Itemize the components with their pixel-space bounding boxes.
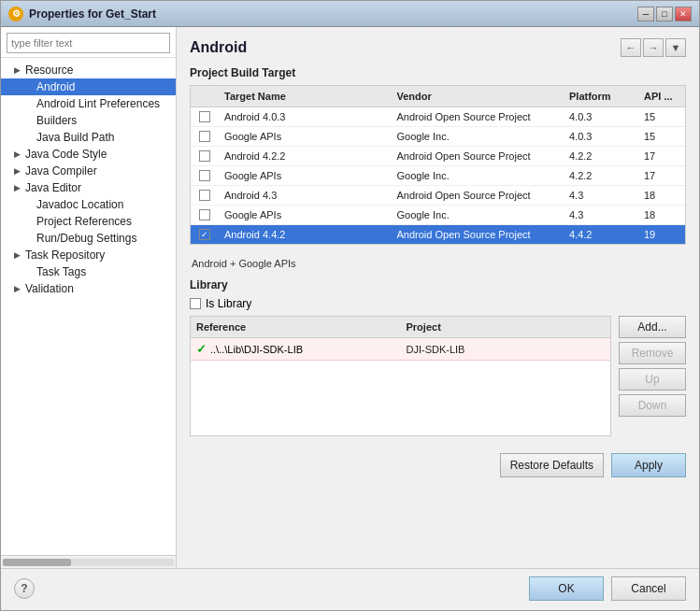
down-button[interactable]: Down	[619, 394, 686, 417]
sidebar-item-java-editor[interactable]: Java Editor	[1, 179, 176, 196]
help-button[interactable]: ?	[14, 578, 35, 599]
maximize-button[interactable]: □	[656, 7, 673, 21]
sidebar-item-java-compiler[interactable]: Java Compiler	[1, 163, 176, 179]
left-scrollbar[interactable]	[1, 555, 176, 568]
sidebar-item-resource[interactable]: Resource	[1, 62, 176, 78]
sidebar-item-validation[interactable]: Validation	[1, 280, 176, 297]
sidebar-item-label-task-repository: Task Repository	[25, 249, 105, 262]
lib-table: Reference Project ✓..\..\Lib\DJI-SDK-LIB…	[190, 316, 611, 436]
dialog-footer: ? OK Cancel	[1, 568, 699, 610]
lib-table-wrap: Reference Project ✓..\..\Lib\DJI-SDK-LIB…	[190, 316, 686, 436]
filter-wrap	[1, 27, 176, 58]
sidebar-item-project-references[interactable]: Project References	[1, 213, 176, 230]
row-checkbox-6	[191, 227, 219, 242]
row-checkbox-2	[191, 149, 219, 163]
sidebar-item-label-task-tags: Task Tags	[36, 265, 86, 278]
google-apis-label: Android + Google APIs	[190, 258, 686, 269]
row-vendor-3: Google Inc.	[392, 168, 564, 183]
sidebar-item-label-java-code-style: Java Code Style	[25, 148, 107, 161]
left-panel: ResourceAndroidAndroid Lint PreferencesB…	[1, 27, 177, 568]
panel-title: Android	[190, 39, 621, 56]
sidebar-item-label-android-lint: Android Lint Preferences	[36, 97, 160, 110]
section-actions: Restore Defaults Apply	[190, 453, 686, 477]
lib-status-icon-0: ✓	[196, 342, 207, 356]
is-library-checkbox[interactable]	[190, 298, 201, 309]
sidebar-item-java-code-style[interactable]: Java Code Style	[1, 146, 176, 163]
properties-dialog: ⚙ Properties for Get_Start ─ □ ✕ Resourc…	[0, 0, 700, 611]
close-button[interactable]: ✕	[675, 7, 692, 21]
ok-button[interactable]: OK	[529, 576, 604, 601]
table-row[interactable]: Google APIsGoogle Inc.4.318	[191, 206, 685, 225]
sidebar-item-builders[interactable]: Builders	[1, 112, 176, 129]
main-area: ResourceAndroidAndroid Lint PreferencesB…	[1, 27, 699, 568]
sidebar-item-android[interactable]: Android	[1, 78, 176, 95]
build-target-table: Target Name Vendor Platform API ... Andr…	[190, 85, 686, 245]
row-api-0: 15	[638, 109, 685, 124]
add-button[interactable]: Add...	[619, 316, 686, 338]
build-target-rows: Android 4.0.3Android Open Source Project…	[191, 107, 685, 244]
lib-th-reference: Reference	[191, 320, 401, 334]
row-api-1: 15	[638, 129, 685, 144]
lib-row[interactable]: ✓..\..\Lib\DJI-SDK-LIBDJI-SDK-LIB	[191, 338, 610, 361]
row-name-2: Android 4.2.2	[219, 149, 392, 163]
sidebar-item-label-validation: Validation	[25, 282, 74, 295]
sidebar-item-java-build-path[interactable]: Java Build Path	[1, 129, 176, 146]
sidebar-item-label-javadoc-location: Javadoc Location	[36, 198, 123, 211]
row-api-2: 17	[638, 149, 685, 163]
row-name-1: Google APIs	[219, 129, 392, 144]
restore-defaults-button[interactable]: Restore Defaults	[500, 453, 604, 477]
nav-dropdown-button[interactable]: ▼	[665, 38, 686, 57]
th-target-name: Target Name	[219, 89, 392, 104]
row-checkbox-4	[191, 188, 219, 203]
expand-icon-java-code-style	[12, 149, 21, 159]
expand-icon-validation	[12, 284, 21, 293]
lib-project-0: DJI-SDK-LIB	[401, 342, 611, 357]
expand-icon-java-editor	[12, 183, 21, 192]
cancel-button[interactable]: Cancel	[611, 576, 686, 601]
row-checkbox-0	[191, 109, 219, 124]
sidebar-item-label-resource: Resource	[25, 64, 73, 77]
sidebar-item-run-debug[interactable]: Run/Debug Settings	[1, 230, 176, 247]
table-row[interactable]: Android 4.3Android Open Source Project4.…	[191, 186, 685, 206]
filter-input[interactable]	[7, 33, 170, 53]
table-row[interactable]: Android 4.0.3Android Open Source Project…	[191, 107, 685, 127]
apply-button[interactable]: Apply	[611, 453, 686, 477]
right-panel: Android ← → ▼ Project Build Target Targe…	[177, 27, 699, 568]
sidebar-item-task-repository[interactable]: Task Repository	[1, 247, 176, 263]
scroll-thumb	[3, 559, 71, 566]
library-section: Library Is Library Reference Project ✓..…	[190, 278, 686, 436]
lib-ref-cell-0: ✓..\..\Lib\DJI-SDK-LIB	[191, 339, 401, 359]
nav-forward-button[interactable]: →	[643, 38, 664, 57]
sidebar-item-label-java-compiler: Java Compiler	[25, 164, 97, 178]
sidebar-item-javadoc-location[interactable]: Javadoc Location	[1, 196, 176, 213]
row-api-6: 19	[638, 227, 685, 242]
th-api: API ...	[638, 89, 685, 104]
table-row[interactable]: Google APIsGoogle Inc.4.0.315	[191, 127, 685, 147]
dialog-icon: ⚙	[8, 7, 23, 21]
sidebar-item-task-tags[interactable]: Task Tags	[1, 263, 176, 280]
sidebar-item-label-builders: Builders	[36, 114, 77, 127]
row-platform-6: 4.4.2	[564, 227, 638, 242]
row-api-4: 18	[638, 188, 685, 203]
sidebar-item-label-android: Android	[36, 80, 75, 93]
lib-rows: ✓..\..\Lib\DJI-SDK-LIBDJI-SDK-LIB	[191, 338, 610, 361]
right-header: Android ← → ▼	[190, 38, 686, 57]
expand-icon-resource	[12, 65, 21, 75]
expand-icon-java-compiler	[12, 166, 21, 176]
row-vendor-2: Android Open Source Project	[392, 149, 564, 163]
sidebar-item-android-lint[interactable]: Android Lint Preferences	[1, 95, 176, 112]
dialog-body: ResourceAndroidAndroid Lint PreferencesB…	[1, 27, 699, 610]
table-row[interactable]: Android 4.2.2Android Open Source Project…	[191, 147, 685, 166]
row-name-3: Google APIs	[219, 168, 392, 183]
minimize-button[interactable]: ─	[637, 7, 654, 21]
table-row[interactable]: Google APIsGoogle Inc.4.2.217	[191, 166, 685, 186]
is-library-row: Is Library	[190, 297, 686, 310]
row-platform-3: 4.2.2	[564, 168, 638, 183]
up-button[interactable]: Up	[619, 368, 686, 391]
th-platform: Platform	[564, 89, 638, 104]
table-row[interactable]: Android 4.4.2Android Open Source Project…	[191, 225, 685, 244]
tree-nav: ResourceAndroidAndroid Lint PreferencesB…	[1, 58, 176, 555]
row-name-5: Google APIs	[219, 207, 392, 222]
nav-back-button[interactable]: ←	[621, 38, 641, 57]
remove-button[interactable]: Remove	[619, 342, 686, 364]
